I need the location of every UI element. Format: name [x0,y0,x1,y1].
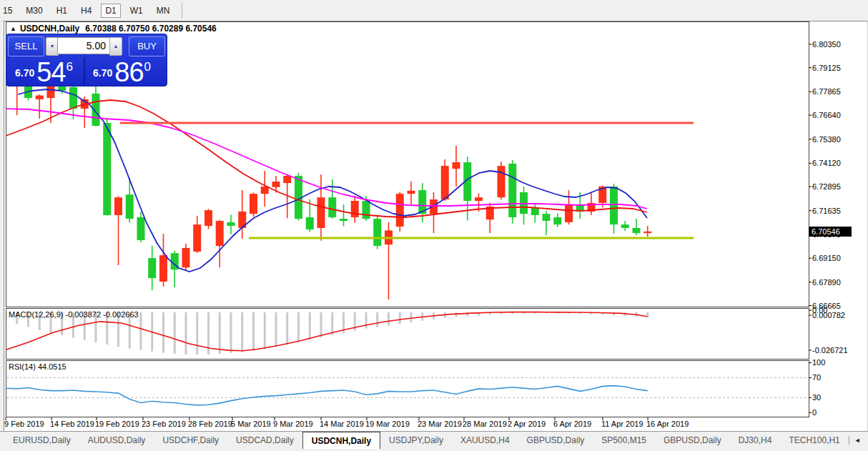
rsi-pane-label: RSI(14) 44.0515 [9,362,66,371]
sell-price-pips: 54 [36,57,65,87]
volume-increase-button[interactable]: ▲ [109,37,122,56]
trade-panel: SELL ▼ ▲ BUY 6.70546 6.70860 [6,34,167,86]
chart-title: ▲USDCNH,Daily6.70388 6.70750 6.70289 6.7… [10,24,217,34]
buy-price-pips: 86 [114,57,143,87]
sell-button[interactable]: SELL [8,36,44,56]
buy-price-display[interactable]: 6.70860 [86,57,165,84]
sell-price-prefix: 6.70 [15,67,34,79]
sell-price-display[interactable]: 6.70546 [8,57,85,84]
collapse-icon[interactable]: ▲ [10,25,16,32]
buy-price-prefix: 6.70 [93,67,112,79]
buy-price-point: 0 [144,60,151,74]
buy-button[interactable]: BUY [129,36,165,56]
chart-symbol-label: USDCNH,Daily [20,24,79,34]
macd-pane-label: MACD(12,26,9) -0.003872 -0.002663 [9,310,139,319]
sell-price-point: 6 [66,60,73,74]
current-price-tag: 6.70546 [809,227,852,237]
chart-ohlc-values: 6.70388 6.70750 6.70289 6.70546 [85,24,217,34]
volume-input[interactable] [57,37,111,54]
